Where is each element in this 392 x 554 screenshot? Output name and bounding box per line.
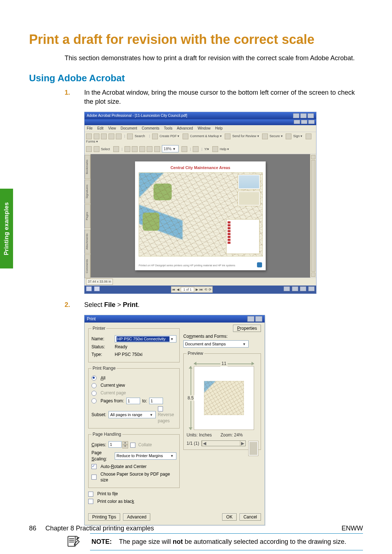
menu-edit[interactable]: Edit	[97, 126, 103, 130]
zoom-value[interactable]: 18%▾	[162, 145, 179, 152]
secure-icon[interactable]	[262, 134, 268, 139]
print-to-file-checkbox[interactable]	[88, 492, 93, 497]
search-icon[interactable]	[127, 134, 133, 139]
scroll-down-icon[interactable]	[311, 272, 315, 277]
create-pdf-icon[interactable]	[152, 134, 158, 139]
search-label[interactable]: Search	[135, 134, 145, 138]
menu-window[interactable]: Window	[197, 126, 211, 130]
scroll-left-icon[interactable]: ◀	[202, 441, 207, 446]
help-btn[interactable]: Help ▾	[220, 147, 229, 151]
view-icon[interactable]	[86, 286, 92, 291]
printer-name-select[interactable]: HP PSC 750xi Connectivity ▾	[115, 335, 176, 342]
next-page-icon[interactable]: ▶	[196, 287, 198, 292]
forms-btn[interactable]: Forms ▾	[86, 140, 98, 143]
dialog-help-icon[interactable]	[247, 316, 254, 322]
window-close-icon[interactable]	[307, 113, 314, 118]
nav-back-icon[interactable]: ⟲	[204, 287, 207, 292]
menu-document[interactable]: Document	[121, 126, 137, 130]
view-icon[interactable]	[94, 286, 100, 291]
send-for-review-btn[interactable]: Send for Review ▾	[232, 134, 259, 138]
select-label[interactable]: Select	[101, 147, 110, 151]
zoom-out-icon[interactable]	[132, 146, 138, 152]
yahoo-btn[interactable]: Y!▾	[204, 147, 209, 151]
sign-icon[interactable]	[286, 134, 291, 139]
tab-signatures[interactable]: Signatures	[85, 180, 90, 204]
sign-btn[interactable]: Sign ▾	[293, 134, 303, 138]
ok-button[interactable]: OK	[222, 513, 236, 521]
subset-select[interactable]: All pages in range▾	[109, 411, 156, 418]
menu-advanced[interactable]: Advanced	[177, 126, 193, 130]
scroll-right-icon[interactable]: ▶	[240, 441, 245, 446]
create-pdf-btn[interactable]: Create PDF ▾	[159, 134, 179, 138]
radio-all[interactable]	[91, 376, 97, 381]
copies-value[interactable]: 1	[109, 441, 122, 448]
doc-minimize-icon[interactable]	[294, 120, 300, 124]
select-tool-icon[interactable]	[94, 146, 99, 152]
forms-icon[interactable]	[306, 134, 311, 139]
comment-markup-icon[interactable]	[183, 134, 188, 139]
pages-from-input[interactable]: 1	[126, 398, 140, 404]
advanced-button[interactable]: Advanced	[123, 513, 150, 521]
page-scaling-select[interactable]: Reduce to Printer Margins▾	[115, 452, 176, 460]
doc-restore-icon[interactable]	[301, 120, 307, 124]
zoom-fit-icon[interactable]	[147, 146, 152, 152]
snapshot-icon[interactable]	[113, 146, 119, 152]
radio-pages[interactable]	[91, 398, 97, 403]
print-color-black-checkbox[interactable]	[88, 499, 93, 504]
single-page-icon[interactable]	[283, 286, 290, 291]
send-review-icon[interactable]	[225, 134, 230, 139]
pages-to-input[interactable]: 1	[149, 398, 163, 404]
scroll-thumb[interactable]	[248, 441, 258, 456]
email-icon[interactable]	[109, 134, 114, 139]
cancel-button[interactable]: Cancel	[240, 513, 261, 521]
vertical-scrollbar[interactable]	[310, 154, 316, 278]
save-icon[interactable]	[101, 134, 107, 139]
document-canvas[interactable]: Central City Maintenance Areas	[91, 154, 310, 278]
print-icon[interactable]	[94, 134, 99, 139]
open-icon[interactable]	[86, 134, 92, 139]
choose-paper-source-checkbox[interactable]	[91, 475, 97, 480]
preview-page-scrollbar[interactable]: ◀ ▶	[201, 440, 246, 446]
menubar[interactable]: File Edit View Document Comments Tools A…	[85, 125, 316, 132]
zoom-actual-icon[interactable]	[139, 146, 145, 152]
page-navigation[interactable]: ⏮ ◀ 1 of 1 ▶ ⏭ ⟲ ⟳	[171, 286, 213, 293]
copies-spinner[interactable]: 1 ▲▼	[109, 441, 128, 448]
comment-markup-btn[interactable]: Comment & Markup ▾	[190, 134, 222, 138]
scroll-up-icon[interactable]	[311, 155, 315, 159]
first-page-icon[interactable]: ⏮	[172, 287, 175, 292]
zoom-in-icon[interactable]	[124, 146, 130, 152]
continuous-icon[interactable]	[292, 286, 298, 291]
comments-forms-select[interactable]: Document and Stamps▾	[183, 340, 249, 348]
secure-btn[interactable]: Secure ▾	[270, 134, 283, 138]
prev-page-icon[interactable]: ◀	[177, 287, 179, 292]
zoom-width-icon[interactable]	[154, 146, 160, 152]
tab-pages[interactable]: Pages	[85, 204, 90, 228]
menu-tools[interactable]: Tools	[164, 126, 172, 130]
auto-rotate-checkbox[interactable]	[91, 464, 97, 469]
tab-bookmarks[interactable]: Bookmarks	[85, 155, 90, 179]
menu-comments[interactable]: Comments	[142, 126, 159, 130]
spinner-up-icon[interactable]: ▲	[122, 441, 128, 445]
radio-current-view[interactable]	[91, 383, 97, 388]
menu-view[interactable]: View	[108, 126, 116, 130]
properties-button[interactable]: Properties	[233, 325, 261, 332]
spinner-down-icon[interactable]: ▼	[122, 445, 128, 448]
tab-comments[interactable]: Comments	[85, 254, 90, 278]
scroll-track[interactable]	[311, 160, 315, 272]
window-minimize-icon[interactable]	[293, 113, 299, 118]
continuous-facing-icon[interactable]	[308, 286, 315, 291]
window-maximize-icon[interactable]	[300, 113, 307, 118]
page-indicator[interactable]: 1 of 1	[181, 287, 194, 292]
rotate-icon[interactable]	[181, 146, 187, 152]
menu-file[interactable]: File	[87, 126, 93, 130]
menu-help[interactable]: Help	[215, 126, 223, 130]
help-icon[interactable]	[212, 146, 218, 152]
last-page-icon[interactable]: ⏭	[200, 287, 203, 292]
tab-attachments[interactable]: Attachments	[85, 230, 90, 254]
organizer-icon[interactable]	[116, 134, 122, 139]
hand-tool-icon[interactable]	[86, 146, 92, 152]
printing-tips-button[interactable]: Printing Tips	[88, 513, 120, 521]
dialog-close-icon[interactable]	[255, 316, 262, 322]
nav-forward-icon[interactable]: ⟳	[209, 287, 212, 292]
facing-icon[interactable]	[300, 286, 306, 291]
